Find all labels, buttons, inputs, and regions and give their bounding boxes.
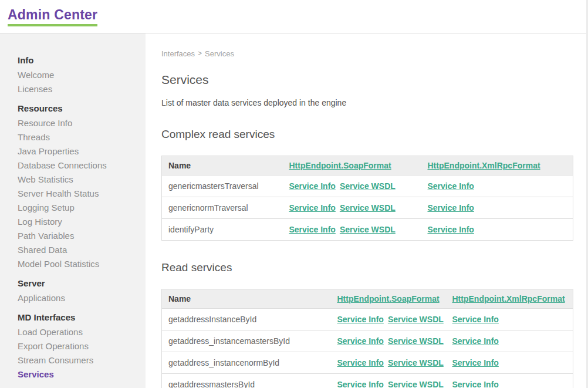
service-info-link[interactable]: Service Info [452, 336, 499, 346]
service-info-link[interactable]: Service Info [452, 380, 499, 388]
xmlrpc-links-cell: Service Info [428, 197, 573, 219]
xmlrpc-links-cell: Service Info [452, 374, 573, 388]
soap-links-cell: Service InfoService WSDL [337, 352, 452, 374]
table-row: getaddress_instancemastersByIdService In… [162, 330, 573, 352]
soap-links-cell: Service InfoService WSDL [337, 374, 452, 388]
sidebar-item-stream-consumers[interactable]: Stream Consumers [18, 353, 140, 367]
breadcrumb-item-services[interactable]: Services [205, 49, 234, 58]
service-name-cell: getaddressInstanceById [162, 309, 337, 330]
service-info-link[interactable]: Service Info [337, 380, 384, 388]
service-wsdl-link[interactable]: Service WSDL [340, 181, 396, 191]
table-row: getaddressmastersByIdService InfoService… [162, 374, 573, 388]
table-row: getaddress_instancenormByIdService InfoS… [162, 352, 573, 374]
sidebar-section-resources: ResourcesResource InfoThreadsJava Proper… [18, 101, 140, 271]
sidebar-item-database-connections[interactable]: Database Connections [18, 158, 140, 173]
xmlrpc-links-cell: Service Info [452, 330, 573, 352]
sidebar-item-shared-data[interactable]: Shared Data [18, 243, 140, 257]
table-header-row: NameHttpEndpoint.SoapFormatHttpEndpoint.… [162, 289, 573, 309]
service-wsdl-link[interactable]: Service WSDL [388, 336, 444, 346]
sidebar-section-title-md-interfaces: MD Interfaces [18, 310, 140, 325]
sidebar-item-server-health-status[interactable]: Server Health Status [18, 187, 140, 201]
app-header: Admin Center [0, 0, 588, 33]
name-column-header: Name [162, 289, 337, 309]
sidebar-item-licenses[interactable]: Licenses [18, 82, 140, 96]
endpoint-column-link-httpendpoint-soapformat[interactable]: HttpEndpoint.SoapFormat [289, 161, 391, 170]
sidebar-item-applications[interactable]: Applications [18, 291, 140, 305]
soap-links-cell: Service InfoService WSDL [337, 330, 452, 352]
service-info-link[interactable]: Service Info [428, 225, 474, 234]
soap-links-cell: Service InfoService WSDL [289, 197, 428, 219]
sidebar-section-title-info: Info [18, 53, 140, 68]
sidebar-item-export-operations[interactable]: Export Operations [18, 339, 140, 353]
endpoint-column-header: HttpEndpoint.XmlRpcFormat [428, 156, 573, 176]
services-table-read-services: NameHttpEndpoint.SoapFormatHttpEndpoint.… [161, 289, 573, 388]
main-content: Interfaces>Services Services List of mas… [146, 33, 588, 388]
sidebar-item-log-history[interactable]: Log History [18, 215, 140, 229]
service-info-link[interactable]: Service Info [452, 315, 499, 324]
service-wsdl-link[interactable]: Service WSDL [340, 225, 396, 234]
table-row: getaddressInstanceByIdService InfoServic… [162, 309, 573, 330]
service-name-cell: genericnormTraversal [162, 197, 289, 219]
sidebar-item-path-variables[interactable]: Path Variables [18, 229, 140, 243]
sidebar-item-resource-info[interactable]: Resource Info [18, 116, 140, 130]
service-wsdl-link[interactable]: Service WSDL [388, 358, 444, 367]
breadcrumb-separator: > [198, 49, 202, 58]
sidebar-item-model-pool-statistics[interactable]: Model Pool Statistics [18, 257, 140, 271]
service-name-cell: getaddress_instancenormById [162, 352, 337, 374]
sidebar-section-server: ServerApplications [18, 276, 140, 305]
table-row: genericnormTraversalService InfoService … [162, 197, 573, 219]
breadcrumb-item-interfaces[interactable]: Interfaces [161, 49, 195, 58]
service-info-link[interactable]: Service Info [337, 358, 384, 367]
sidebar: InfoWelcomeLicensesResourcesResource Inf… [0, 33, 146, 388]
app-title: Admin Center [8, 7, 97, 26]
soap-links-cell: Service InfoService WSDL [337, 309, 452, 330]
service-info-link[interactable]: Service Info [428, 181, 474, 191]
xmlrpc-links-cell: Service Info [452, 309, 573, 330]
endpoint-column-link-httpendpoint-xmlrpcformat[interactable]: HttpEndpoint.XmlRpcFormat [452, 294, 565, 303]
sidebar-item-services[interactable]: Services [18, 367, 140, 382]
sidebar-item-java-properties[interactable]: Java Properties [18, 144, 140, 158]
service-info-link[interactable]: Service Info [337, 315, 384, 324]
soap-links-cell: Service InfoService WSDL [289, 176, 428, 197]
endpoint-column-header: HttpEndpoint.SoapFormat [289, 156, 428, 176]
name-column-header: Name [162, 156, 289, 176]
xmlrpc-links-cell: Service Info [428, 176, 573, 197]
service-name-cell: identifyParty [162, 219, 289, 241]
sidebar-item-welcome[interactable]: Welcome [18, 68, 140, 82]
sidebar-item-threads[interactable]: Threads [18, 130, 140, 144]
sidebar-section-md-interfaces: MD InterfacesLoad OperationsExport Opera… [18, 310, 140, 382]
service-info-link[interactable]: Service Info [289, 225, 336, 234]
service-name-cell: getaddressmastersById [162, 374, 337, 388]
page-description: List of master data services deployed in… [161, 98, 588, 107]
service-wsdl-link[interactable]: Service WSDL [340, 203, 396, 212]
sidebar-item-web-statistics[interactable]: Web Statistics [18, 173, 140, 187]
service-wsdl-link[interactable]: Service WSDL [388, 380, 444, 388]
xmlrpc-links-cell: Service Info [428, 219, 573, 241]
sidebar-section-title-server: Server [18, 276, 140, 291]
service-info-link[interactable]: Service Info [428, 203, 474, 212]
service-info-link[interactable]: Service Info [452, 358, 499, 367]
endpoint-column-link-httpendpoint-soapformat[interactable]: HttpEndpoint.SoapFormat [337, 294, 440, 303]
breadcrumb: Interfaces>Services [161, 49, 588, 58]
page-title: Services [161, 73, 588, 87]
table-header-row: NameHttpEndpoint.SoapFormatHttpEndpoint.… [162, 156, 573, 176]
table-row: genericmastersTraversalService InfoServi… [162, 176, 573, 197]
endpoint-column-link-httpendpoint-xmlrpcformat[interactable]: HttpEndpoint.XmlRpcFormat [428, 161, 540, 170]
sidebar-section-info: InfoWelcomeLicenses [18, 53, 140, 96]
table-row: identifyPartyService InfoService WSDLSer… [162, 219, 573, 241]
section-title-read-services: Read services [161, 261, 588, 274]
service-name-cell: getaddress_instancemastersById [162, 330, 337, 352]
sidebar-item-logging-setup[interactable]: Logging Setup [18, 201, 140, 215]
services-table-complex-read-services: NameHttpEndpoint.SoapFormatHttpEndpoint.… [161, 156, 573, 241]
soap-links-cell: Service InfoService WSDL [289, 219, 428, 241]
endpoint-column-header: HttpEndpoint.XmlRpcFormat [452, 289, 573, 309]
service-info-link[interactable]: Service Info [289, 203, 336, 212]
service-info-link[interactable]: Service Info [337, 336, 384, 346]
section-title-complex-read-services: Complex read services [161, 128, 588, 141]
xmlrpc-links-cell: Service Info [452, 352, 573, 374]
service-wsdl-link[interactable]: Service WSDL [388, 315, 444, 324]
endpoint-column-header: HttpEndpoint.SoapFormat [337, 289, 452, 309]
service-info-link[interactable]: Service Info [289, 181, 336, 191]
sidebar-item-load-operations[interactable]: Load Operations [18, 325, 140, 339]
sidebar-section-title-resources: Resources [18, 101, 140, 116]
